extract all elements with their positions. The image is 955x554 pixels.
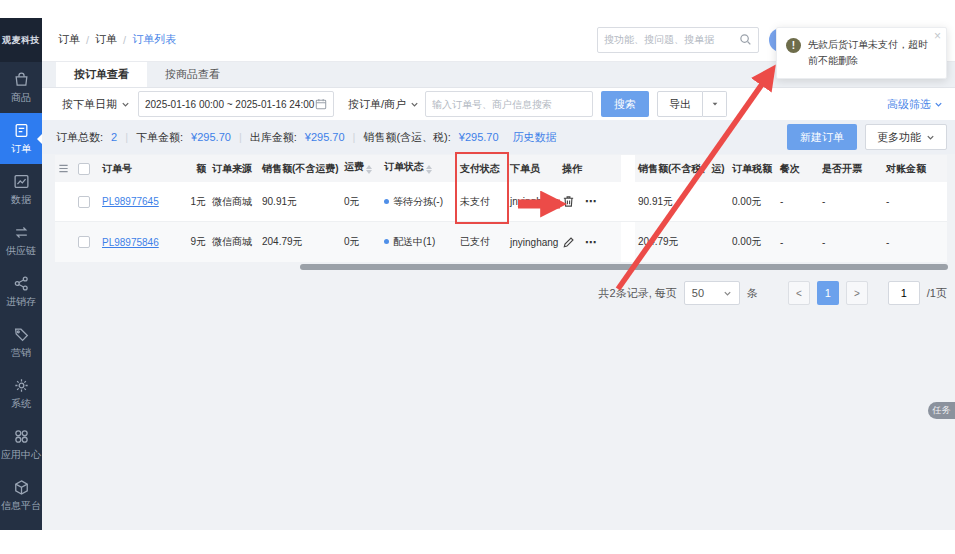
sidebar-item-label: 营销 [11,346,31,360]
sidebar-item-goods[interactable]: 商品 [0,62,42,113]
keyword-search-box[interactable] [425,91,593,117]
search-button[interactable]: 搜索 [601,91,649,117]
sidebar-item-marketing[interactable]: 营销 [0,317,42,368]
sales-no-tax: 90.91元 [635,195,729,209]
export-button[interactable]: 导出 [657,91,703,117]
per-page-unit: 条 [747,286,758,301]
advanced-filter-link[interactable]: 高级筛选 [887,97,943,112]
more-actions-icon[interactable]: ⋯ [585,236,597,249]
header-reconcile-amount[interactable]: 对账金额 [883,162,947,176]
sales-amount-label: 销售额(含运、税): [363,130,450,145]
order-amount-label: 下单金额: [136,130,183,145]
date-type-label: 按下单日期 [62,97,117,112]
filter-bar: 按下单日期 2025-01-16 00:00 ~ 2025-01-16 24:0… [42,88,955,120]
header-label: 订单状态 [384,161,424,172]
keyword-type-label: 按订单/商户 [348,97,406,112]
history-data-link[interactable]: 历史数据 [513,130,557,145]
order-amount-value: ¥295.70 [191,131,231,143]
keyword-type-dropdown[interactable]: 按订单/商户 [348,97,419,112]
export-dropdown-button[interactable] [703,91,727,117]
per-page-select[interactable]: 50 [684,281,740,305]
sales-no-shipping: 90.91元 [259,195,341,209]
close-icon[interactable]: × [934,30,941,42]
sidebar-item-info-platform[interactable]: 信息平台 [0,470,42,521]
header-shipping-fee[interactable]: 运费 [341,160,381,177]
share-nodes-icon [13,275,30,292]
invoiced: - [819,196,883,207]
horizontal-scrollbar[interactable] [300,264,948,270]
sidebar-item-label: 供应链 [6,244,36,258]
breadcrumb-separator: / [86,34,89,46]
order-tax: 0.00元 [729,195,777,209]
sidebar-item-system[interactable]: 系统 [0,368,42,419]
header-label: 运费 [344,161,364,172]
sidebar-item-label: 数据 [11,193,31,207]
sidebar-item-supply-chain[interactable]: 供应链 [0,215,42,266]
keyword-input[interactable] [432,99,586,110]
sidebar-item-inventory[interactable]: 进销存 [0,266,42,317]
more-functions-button[interactable]: 更多功能 [865,124,947,150]
order-link[interactable]: PL98975846 [102,237,159,248]
row-checkbox[interactable] [78,236,90,248]
row-checkbox[interactable] [78,196,90,208]
header-order-no[interactable]: 订单号 [99,162,169,176]
sidebar-item-data[interactable]: 数据 [0,164,42,215]
status-label: 等待分拣(-) [393,196,443,207]
order-link[interactable]: PL98977645 [102,196,159,207]
sidebar-item-label: 信息平台 [1,499,41,513]
warning-tooltip-text: 先款后货订单未支付，超时前不能删除 [808,37,932,69]
new-order-button[interactable]: 新建订单 [787,124,857,150]
breadcrumb-order-list: 订单列表 [132,32,176,47]
sort-icon[interactable] [426,162,432,177]
chart-icon [13,173,30,190]
edit-icon[interactable] [562,236,575,249]
gear-icon [13,377,30,394]
sales-no-shipping: 204.79元 [259,235,341,249]
advanced-filter-label: 高级筛选 [887,97,931,112]
operator: jnyinghang [507,196,559,207]
more-actions-icon[interactable]: ⋯ [585,195,597,208]
breadcrumb-orders-2[interactable]: 订单 [95,32,117,47]
total-pages-label: /1页 [927,286,947,301]
header-sales-no-tax[interactable]: 销售额(不含税、运) [635,162,729,176]
date-range-picker[interactable]: 2025-01-16 00:00 ~ 2025-01-16 24:00 [138,91,334,117]
delete-icon[interactable] [562,195,575,208]
header-sales-no-shipping[interactable]: 销售额(不含运费) [259,162,341,176]
column-settings-icon[interactable] [55,163,75,174]
header-order-status[interactable]: 订单状态 [381,160,457,177]
divider: | [353,131,356,143]
next-page-button[interactable]: > [846,281,868,305]
header-pay-status[interactable]: 支付状态 [457,162,507,176]
tab-by-product[interactable]: 按商品查看 [147,62,238,87]
chevron-down-icon [934,100,943,109]
select-all-checkbox[interactable] [78,163,90,175]
page-jump-input[interactable] [888,281,920,305]
current-page-button[interactable]: 1 [817,281,839,305]
sidebar-item-label: 订单 [11,142,31,156]
prev-page-button[interactable]: < [788,281,810,305]
search-icon[interactable] [739,33,752,46]
header-operator[interactable]: 下单员 [507,162,559,176]
header-meal[interactable]: 餐次 [777,162,819,176]
header-invoiced[interactable]: 是否开票 [819,162,883,176]
chevron-down-icon [410,100,419,109]
sidebar-item-app-center[interactable]: 应用中心 [0,419,42,470]
sidebar-item-orders[interactable]: 订单 [0,113,42,164]
header-order-source[interactable]: 订单来源 [209,162,259,176]
outbound-amount-value: ¥295.70 [305,131,345,143]
task-side-tab[interactable]: 任务 [928,402,955,419]
tab-by-order[interactable]: 按订单查看 [56,62,147,87]
shipping-fee: 0元 [341,235,381,249]
header-order-tax[interactable]: 订单税额 [729,162,777,176]
breadcrumb-orders[interactable]: 订单 [58,32,80,47]
order-source: 微信商城 [209,235,259,249]
date-type-dropdown[interactable]: 按下单日期 [62,97,130,112]
global-search[interactable] [597,27,759,53]
pagination: 共2条记录, 每页 50 条 < 1 > /1页 [599,281,947,305]
pay-status: 未支付 [457,195,507,209]
date-range-value: 2025-01-16 00:00 ~ 2025-01-16 24:00 [145,99,314,110]
sort-icon[interactable] [366,162,372,177]
app-grid-icon [13,428,30,445]
header-amount-clipped[interactable]: 额 [169,162,209,176]
global-search-input[interactable] [604,34,739,45]
